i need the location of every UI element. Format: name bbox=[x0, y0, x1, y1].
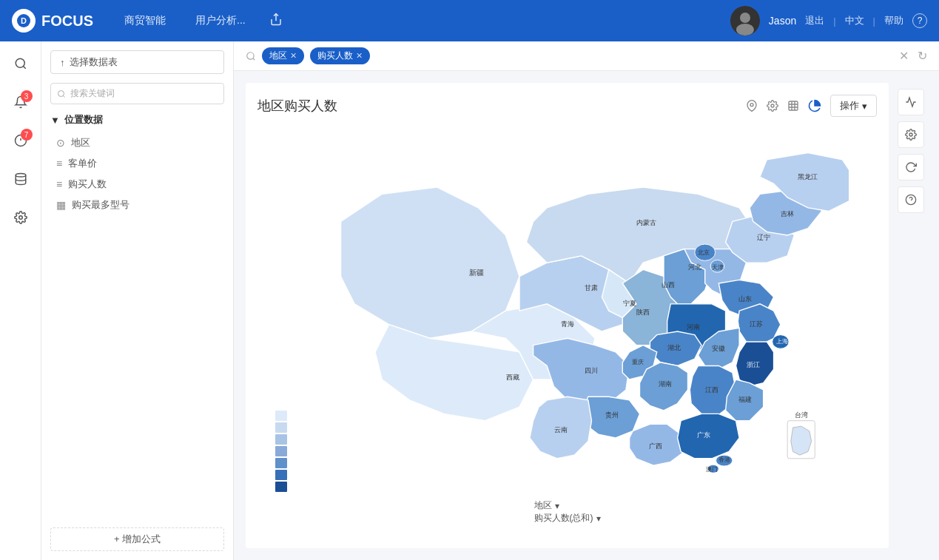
legend-item-6 bbox=[275, 470, 287, 480]
pie-chart-icon[interactable] bbox=[808, 99, 821, 112]
data-item-buyers[interactable]: ≡ 购买人数 bbox=[50, 174, 224, 195]
province-label-guizhou: 贵州 bbox=[605, 411, 619, 419]
logo: D FOCUS bbox=[12, 9, 101, 33]
help-label: 帮助 bbox=[884, 14, 903, 27]
province-label-beijing: 北京 bbox=[697, 249, 709, 256]
sidebar-database-icon[interactable] bbox=[7, 166, 34, 192]
data-section-title[interactable]: ▼ 位置数据 bbox=[50, 113, 224, 126]
top-navigation: D FOCUS 商贸智能 用户分析... Jason 退出 | 中文 | 帮助 … bbox=[0, 0, 939, 41]
search-refresh-icon[interactable]: ↻ bbox=[918, 49, 927, 63]
svg-point-22 bbox=[909, 133, 912, 136]
notification-badge: 3 bbox=[21, 90, 33, 102]
nav-item-user-analysis[interactable]: 用户分析... bbox=[189, 11, 252, 30]
tag-buyers[interactable]: 购买人数 ✕ bbox=[310, 47, 370, 64]
data-panel: ↑ 选择数据表 搜索关键词 ▼ 位置数据 ⊙ 地区 ≡ 客单价 ≡ 购买人数 ▦… bbox=[41, 41, 234, 560]
province-label-chongqing: 重庆 bbox=[631, 357, 643, 365]
chart-header: 地区购买人数 bbox=[258, 95, 877, 117]
province-label-heilongjiang: 黑龙江 bbox=[798, 172, 818, 180]
user-name: Jason bbox=[769, 15, 796, 27]
keyword-search[interactable]: 搜索关键词 bbox=[50, 83, 224, 104]
data-item-unit-price[interactable]: ≡ 客单价 bbox=[50, 153, 224, 174]
lang-btn[interactable]: 中文 bbox=[845, 14, 864, 27]
tag-region-close[interactable]: ✕ bbox=[290, 51, 297, 61]
legend-item-7 bbox=[275, 482, 287, 492]
svg-point-10 bbox=[18, 216, 22, 220]
share-icon[interactable] bbox=[269, 13, 283, 29]
data-item-region[interactable]: ⊙ 地区 bbox=[50, 132, 224, 153]
color-legend bbox=[275, 411, 287, 492]
alert-badge: 7 bbox=[21, 129, 33, 141]
settings-icon[interactable] bbox=[767, 100, 778, 112]
search-bar: 地区 ✕ 购买人数 ✕ ✕ ↻ bbox=[234, 41, 939, 71]
section-expand-icon: ▼ bbox=[50, 115, 60, 126]
province-label-yunnan: 云南 bbox=[553, 425, 567, 433]
legend-item-1 bbox=[275, 411, 287, 421]
operation-button[interactable]: 操作 ▾ bbox=[830, 95, 877, 117]
axis-buyers[interactable]: 购买人数(总和) ▾ bbox=[534, 512, 601, 524]
arrow-up-icon: ↑ bbox=[60, 57, 65, 68]
tool-help-icon[interactable] bbox=[898, 186, 924, 213]
add-formula-button[interactable]: + 增加公式 bbox=[50, 527, 224, 551]
chart-axis-labels: 地区 ▾ 购买人数(总和) ▾ bbox=[534, 499, 601, 524]
province-label-anhui: 安徽 bbox=[712, 345, 725, 352]
search-clear-icon[interactable]: ✕ bbox=[899, 49, 909, 63]
pin-icon[interactable] bbox=[746, 100, 758, 112]
svg-point-14 bbox=[771, 104, 774, 107]
svg-rect-15 bbox=[789, 101, 798, 110]
data-item-top-model[interactable]: ▦ 购买最多型号 bbox=[50, 195, 224, 215]
tool-settings-icon[interactable] bbox=[898, 121, 924, 148]
province-label-ningxia: 宁夏 bbox=[622, 299, 636, 306]
province-label-innermongolia: 内蒙古 bbox=[636, 219, 656, 226]
content-area: 地区 ✕ 购买人数 ✕ ✕ ↻ 地区购买人数 bbox=[234, 41, 939, 560]
province-label-guangxi: 广西 bbox=[648, 442, 662, 449]
logo-icon: D bbox=[12, 9, 36, 33]
province-label-macau: 澳门 bbox=[706, 465, 718, 473]
sidebar-settings-icon[interactable] bbox=[7, 204, 34, 231]
chevron-down-icon: ▾ bbox=[862, 101, 867, 112]
avatar bbox=[730, 6, 760, 36]
sidebar-search-icon[interactable] bbox=[7, 50, 34, 77]
logout-btn[interactable]: 退出 bbox=[805, 14, 824, 27]
legend-item-5 bbox=[275, 458, 287, 468]
province-label-fujian: 福建 bbox=[738, 395, 751, 402]
province-label-shaanxi: 陕西 bbox=[636, 308, 650, 315]
table-icon[interactable] bbox=[787, 100, 799, 112]
chart-main: 地区购买人数 bbox=[246, 83, 889, 548]
select-table-button[interactable]: ↑ 选择数据表 bbox=[50, 50, 224, 74]
svg-point-4 bbox=[736, 24, 754, 36]
province-label-henan: 河南 bbox=[686, 323, 699, 331]
province-label-tianjin: 天津 bbox=[712, 263, 724, 271]
tag-buyers-close[interactable]: ✕ bbox=[356, 51, 363, 61]
legend-item-2 bbox=[275, 422, 287, 433]
search-bar-actions: ✕ ↻ bbox=[899, 49, 927, 63]
tool-refresh-icon[interactable] bbox=[898, 154, 924, 181]
legend-item-4 bbox=[275, 446, 287, 456]
province-label-hebei: 河北 bbox=[687, 263, 701, 271]
province-label-shanghai: 上海 bbox=[775, 337, 787, 344]
tool-line-chart-icon[interactable] bbox=[898, 89, 924, 115]
tag-region[interactable]: 地区 ✕ bbox=[262, 47, 304, 64]
province-label-hunan: 湖南 bbox=[658, 380, 671, 388]
region-icon: ⊙ bbox=[56, 137, 65, 149]
sidebar-alert-icon[interactable]: 7 bbox=[7, 127, 34, 154]
province-label-tibet: 西藏 bbox=[505, 374, 519, 381]
province-label-hubei: 湖北 bbox=[667, 344, 680, 351]
nav-item-trade[interactable]: 商贸智能 bbox=[118, 11, 172, 30]
province-label-jiangsu: 江苏 bbox=[750, 320, 763, 327]
axis-region-chevron: ▾ bbox=[555, 501, 559, 511]
legend-item-3 bbox=[275, 434, 287, 445]
chart-container: 地区购买人数 bbox=[234, 71, 939, 560]
sidebar-notification-icon[interactable]: 3 bbox=[7, 89, 34, 115]
logo-text: FOCUS bbox=[41, 13, 93, 30]
province-label-guangdong: 广东 bbox=[696, 431, 710, 439]
province-label-liaoning: 辽宁 bbox=[756, 233, 770, 240]
svg-point-12 bbox=[247, 52, 254, 58]
help-icon[interactable]: ? bbox=[912, 13, 927, 28]
province-label-hongkong: 香港 bbox=[718, 456, 730, 463]
buyers-icon: ≡ bbox=[56, 178, 62, 190]
top-model-icon: ▦ bbox=[56, 199, 66, 211]
chart-actions: 操作 ▾ bbox=[746, 95, 877, 117]
axis-region[interactable]: 地区 ▾ bbox=[534, 499, 601, 512]
search-bar-icon bbox=[246, 51, 256, 61]
nav-divider-1: | bbox=[833, 16, 835, 27]
